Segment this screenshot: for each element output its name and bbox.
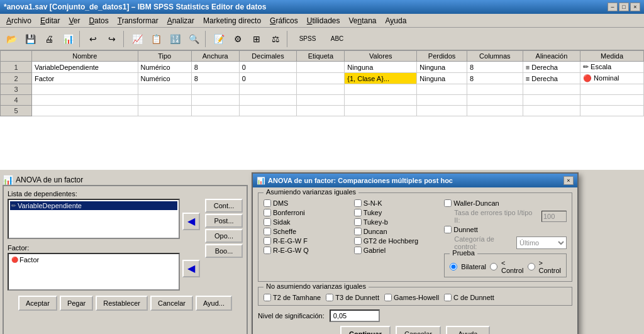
menu-ayuda[interactable]: Ayuda <box>382 15 411 26</box>
check-bonferroni[interactable] <box>264 209 271 216</box>
checkbox-regwf[interactable]: R-E-G-W F <box>264 237 352 245</box>
cell-nombre-2[interactable]: Factor <box>32 73 138 84</box>
check-tukey[interactable] <box>354 209 362 216</box>
checkbox-gt2[interactable]: GT2 de Hochberg <box>354 237 442 245</box>
checkbox-sidak[interactable]: Sidak <box>264 218 352 226</box>
cell-columnas-1[interactable]: 8 <box>467 62 523 73</box>
table-row[interactable]: 3 <box>1 84 644 95</box>
dependientes-listbox[interactable]: ✏ VariableDependiente <box>8 199 180 239</box>
col-etiqueta[interactable]: Etiqueta <box>297 51 345 62</box>
radio-mayor-input[interactable] <box>528 263 535 270</box>
check-regwf[interactable] <box>264 237 271 245</box>
maximize-button[interactable]: □ <box>619 3 629 11</box>
continuar-button[interactable]: Cont... <box>205 199 243 213</box>
move-factor-button[interactable]: ◀ <box>182 260 200 277</box>
ayuda-main-button[interactable]: Ayud... <box>196 296 232 311</box>
radio-bilateral-input[interactable] <box>450 263 457 270</box>
cell-tipo-2[interactable]: Numérico <box>138 73 191 84</box>
cell-nombre-4[interactable] <box>32 95 138 106</box>
sig-input[interactable] <box>330 309 380 322</box>
menu-marketing[interactable]: Marketing directo <box>199 15 265 26</box>
cell-alineacion-2[interactable]: ≡ Derecha <box>523 73 580 84</box>
bootstrap-button[interactable]: Boo... <box>205 244 243 258</box>
menu-analizar[interactable]: Analizar <box>164 15 198 26</box>
var-button[interactable]: 📝 <box>210 30 228 48</box>
checkbox-bonferroni[interactable]: Bonferroni <box>264 209 352 216</box>
check-dms[interactable] <box>264 199 271 207</box>
check-gt2[interactable] <box>354 237 362 245</box>
save-button[interactable]: 💾 <box>21 30 39 48</box>
cell-perdidos-2[interactable]: Ninguna <box>417 73 467 84</box>
checkbox-tukey[interactable]: Tukey <box>354 209 442 216</box>
check-regwq[interactable] <box>264 247 271 254</box>
cancelar-main-button[interactable]: Cancelar <box>150 296 193 311</box>
table-row[interactable]: 1 VariableDependiente Numérico 8 0 Ningu… <box>1 62 644 73</box>
opciones-button[interactable]: Opo... <box>205 229 243 243</box>
col-nombre[interactable]: Nombre <box>32 51 138 62</box>
aceptar-button[interactable]: Aceptar <box>18 296 57 311</box>
menu-archivo[interactable]: Archivo <box>3 15 35 26</box>
checkbox-t3dunnett[interactable]: T3 de Dunnett <box>326 294 379 301</box>
factor-listbox[interactable]: 🔴 Factor <box>8 253 180 291</box>
checkbox-wallerDuncan[interactable]: Waller-Duncan <box>444 199 567 207</box>
menu-utilidades[interactable]: Utilidades <box>303 15 344 26</box>
col-columnas[interactable]: Columnas <box>467 51 523 62</box>
categoria-select[interactable]: Último Primero <box>516 237 567 249</box>
col-anchura[interactable]: Anchura <box>191 51 239 62</box>
check-gamesHowell[interactable] <box>384 294 392 301</box>
tasa-input[interactable] <box>541 211 567 222</box>
cell-decimales-2[interactable]: 0 <box>239 73 297 84</box>
checkbox-duncan[interactable]: Duncan <box>354 228 442 235</box>
menu-ventana[interactable]: Ventana <box>345 15 380 26</box>
radio-bilateral[interactable]: Bilateral < Control > Control <box>450 259 561 274</box>
filter-button[interactable]: ⚙ <box>229 30 247 48</box>
posthoc-close-button[interactable]: × <box>564 176 574 185</box>
undo-button[interactable]: ↩ <box>84 30 102 48</box>
weight-button[interactable]: ⚖ <box>267 30 284 48</box>
cell-valores-1[interactable]: Ninguna <box>345 62 417 73</box>
cell-medida-1[interactable]: ✏ Escala <box>580 62 644 73</box>
menu-transformar[interactable]: Transformar <box>114 15 162 26</box>
posthoc-cancelar-button[interactable]: Cancelar <box>396 326 441 334</box>
col-valores[interactable]: Valores <box>345 51 417 62</box>
checkbox-regwq[interactable]: R-E-G-W Q <box>264 247 352 254</box>
checkbox-cdunnett[interactable]: C de Dunnett <box>444 294 494 301</box>
table-row[interactable]: 5 <box>1 106 644 116</box>
col-medida[interactable]: Medida <box>580 51 644 62</box>
check-gabriel[interactable] <box>354 247 362 254</box>
menu-ver[interactable]: Ver <box>65 15 84 26</box>
menu-editar[interactable]: Editar <box>36 15 64 26</box>
table-button[interactable]: 📋 <box>147 30 165 48</box>
title-controls[interactable]: – □ × <box>608 3 640 11</box>
post-hoc-button[interactable]: Post... <box>205 214 243 228</box>
spss-button[interactable]: SPSS <box>292 30 323 48</box>
pegar-button[interactable]: Pegar <box>60 296 93 311</box>
calc-button[interactable]: 🔢 <box>166 30 184 48</box>
check-cdunnett[interactable] <box>444 294 452 301</box>
print-button[interactable]: 🖨 <box>40 30 58 48</box>
split-button[interactable]: ⊞ <box>248 30 265 48</box>
radio-menor-input[interactable] <box>490 263 497 270</box>
cell-nombre-1[interactable]: VariableDependiente <box>32 62 138 73</box>
check-t2tamhane[interactable] <box>264 294 271 301</box>
cell-etiqueta-2[interactable] <box>297 73 345 84</box>
search-button[interactable]: 🔍 <box>185 30 203 48</box>
cell-columnas-2[interactable]: 8 <box>467 73 523 84</box>
table-row[interactable]: 2 Factor Numérico 8 0 {1, Clase A}... Ni… <box>1 73 644 84</box>
col-alineacion[interactable]: Alineación <box>523 51 580 62</box>
check-duncan[interactable] <box>354 228 362 235</box>
close-button[interactable]: × <box>630 3 640 11</box>
col-tipo[interactable]: Tipo <box>138 51 191 62</box>
checkbox-dms[interactable]: DMS <box>264 199 352 207</box>
cell-etiqueta-1[interactable] <box>297 62 345 73</box>
checkbox-gamesHowell[interactable]: Games-Howell <box>384 294 439 301</box>
restablecer-button[interactable]: Restablecer <box>96 296 148 311</box>
check-dunnett[interactable] <box>444 226 452 233</box>
check-snk[interactable] <box>354 199 362 207</box>
check-sidak[interactable] <box>264 218 271 226</box>
checkbox-dunnett[interactable]: Dunnett <box>444 226 567 233</box>
checkbox-snk[interactable]: S-N-K <box>354 199 442 207</box>
menu-datos[interactable]: Datos <box>85 15 112 26</box>
cell-decimales-1[interactable]: 0 <box>239 62 297 73</box>
col-perdidos[interactable]: Perdidos <box>417 51 467 62</box>
